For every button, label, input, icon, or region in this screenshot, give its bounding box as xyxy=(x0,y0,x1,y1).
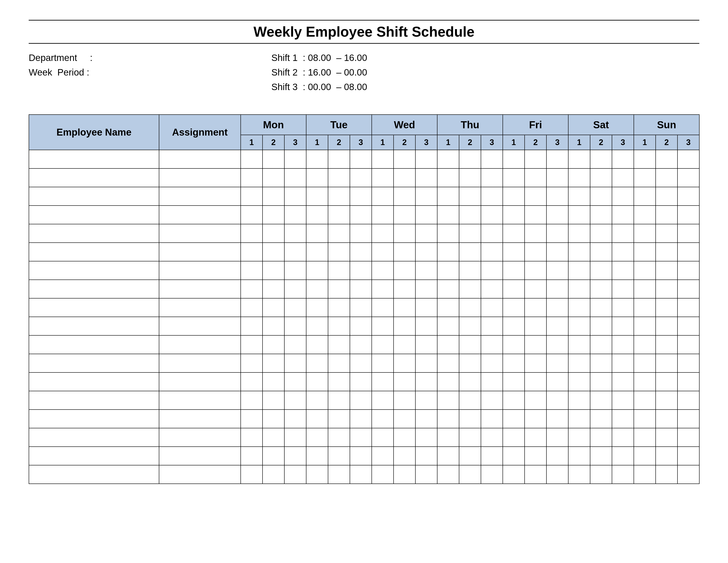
cell-shift[interactable] xyxy=(372,391,394,410)
cell-assignment[interactable] xyxy=(159,280,241,298)
cell-shift[interactable] xyxy=(284,373,306,391)
cell-shift[interactable] xyxy=(503,168,525,187)
cell-employee-name[interactable] xyxy=(29,465,159,484)
cell-assignment[interactable] xyxy=(159,150,241,168)
cell-shift[interactable] xyxy=(612,205,634,224)
cell-shift[interactable] xyxy=(306,465,328,484)
cell-shift[interactable] xyxy=(372,224,394,242)
cell-shift[interactable] xyxy=(590,150,612,168)
cell-shift[interactable] xyxy=(568,336,590,354)
cell-shift[interactable] xyxy=(437,205,459,224)
cell-shift[interactable] xyxy=(415,168,437,187)
cell-shift[interactable] xyxy=(394,261,415,280)
cell-shift[interactable] xyxy=(612,391,634,410)
cell-shift[interactable] xyxy=(677,373,699,391)
cell-shift[interactable] xyxy=(677,336,699,354)
cell-shift[interactable] xyxy=(263,373,284,391)
cell-shift[interactable] xyxy=(241,298,263,317)
cell-shift[interactable] xyxy=(503,150,525,168)
cell-shift[interactable] xyxy=(437,150,459,168)
cell-shift[interactable] xyxy=(350,298,372,317)
cell-shift[interactable] xyxy=(634,447,656,465)
cell-shift[interactable] xyxy=(590,168,612,187)
cell-shift[interactable] xyxy=(677,428,699,447)
cell-shift[interactable] xyxy=(634,224,656,242)
cell-shift[interactable] xyxy=(590,205,612,224)
cell-shift[interactable] xyxy=(525,261,546,280)
cell-shift[interactable] xyxy=(372,205,394,224)
cell-shift[interactable] xyxy=(372,298,394,317)
cell-shift[interactable] xyxy=(481,465,503,484)
cell-shift[interactable] xyxy=(503,336,525,354)
cell-shift[interactable] xyxy=(525,280,546,298)
cell-shift[interactable] xyxy=(459,391,481,410)
cell-shift[interactable] xyxy=(350,447,372,465)
cell-shift[interactable] xyxy=(634,205,656,224)
cell-shift[interactable] xyxy=(634,261,656,280)
cell-shift[interactable] xyxy=(415,205,437,224)
cell-shift[interactable] xyxy=(459,205,481,224)
cell-shift[interactable] xyxy=(656,224,677,242)
cell-shift[interactable] xyxy=(481,187,503,205)
cell-employee-name[interactable] xyxy=(29,168,159,187)
cell-employee-name[interactable] xyxy=(29,187,159,205)
cell-shift[interactable] xyxy=(525,150,546,168)
cell-shift[interactable] xyxy=(634,391,656,410)
cell-assignment[interactable] xyxy=(159,317,241,336)
cell-shift[interactable] xyxy=(503,447,525,465)
cell-shift[interactable] xyxy=(284,168,306,187)
cell-employee-name[interactable] xyxy=(29,336,159,354)
cell-shift[interactable] xyxy=(634,336,656,354)
cell-shift[interactable] xyxy=(350,168,372,187)
cell-shift[interactable] xyxy=(503,261,525,280)
cell-shift[interactable] xyxy=(372,410,394,428)
cell-shift[interactable] xyxy=(546,354,568,373)
cell-shift[interactable] xyxy=(656,465,677,484)
cell-shift[interactable] xyxy=(590,242,612,261)
cell-shift[interactable] xyxy=(415,354,437,373)
cell-shift[interactable] xyxy=(372,373,394,391)
cell-shift[interactable] xyxy=(437,465,459,484)
cell-shift[interactable] xyxy=(481,242,503,261)
cell-shift[interactable] xyxy=(503,242,525,261)
cell-shift[interactable] xyxy=(677,168,699,187)
cell-shift[interactable] xyxy=(394,428,415,447)
cell-shift[interactable] xyxy=(612,465,634,484)
cell-shift[interactable] xyxy=(481,261,503,280)
cell-shift[interactable] xyxy=(306,298,328,317)
cell-shift[interactable] xyxy=(328,317,350,336)
cell-shift[interactable] xyxy=(328,391,350,410)
cell-shift[interactable] xyxy=(415,298,437,317)
cell-shift[interactable] xyxy=(437,187,459,205)
cell-shift[interactable] xyxy=(306,280,328,298)
cell-shift[interactable] xyxy=(503,187,525,205)
cell-shift[interactable] xyxy=(394,447,415,465)
cell-shift[interactable] xyxy=(590,447,612,465)
cell-shift[interactable] xyxy=(481,150,503,168)
cell-employee-name[interactable] xyxy=(29,447,159,465)
cell-shift[interactable] xyxy=(612,168,634,187)
cell-shift[interactable] xyxy=(481,298,503,317)
cell-assignment[interactable] xyxy=(159,373,241,391)
cell-shift[interactable] xyxy=(612,373,634,391)
cell-shift[interactable] xyxy=(437,280,459,298)
cell-employee-name[interactable] xyxy=(29,242,159,261)
cell-shift[interactable] xyxy=(634,242,656,261)
cell-shift[interactable] xyxy=(263,224,284,242)
cell-employee-name[interactable] xyxy=(29,298,159,317)
cell-shift[interactable] xyxy=(263,410,284,428)
cell-employee-name[interactable] xyxy=(29,150,159,168)
cell-shift[interactable] xyxy=(263,168,284,187)
cell-shift[interactable] xyxy=(656,298,677,317)
cell-shift[interactable] xyxy=(612,354,634,373)
cell-shift[interactable] xyxy=(372,428,394,447)
cell-shift[interactable] xyxy=(459,224,481,242)
cell-shift[interactable] xyxy=(459,336,481,354)
cell-shift[interactable] xyxy=(284,298,306,317)
cell-shift[interactable] xyxy=(284,261,306,280)
cell-shift[interactable] xyxy=(525,447,546,465)
cell-shift[interactable] xyxy=(263,336,284,354)
cell-shift[interactable] xyxy=(677,224,699,242)
cell-shift[interactable] xyxy=(459,410,481,428)
cell-shift[interactable] xyxy=(612,410,634,428)
